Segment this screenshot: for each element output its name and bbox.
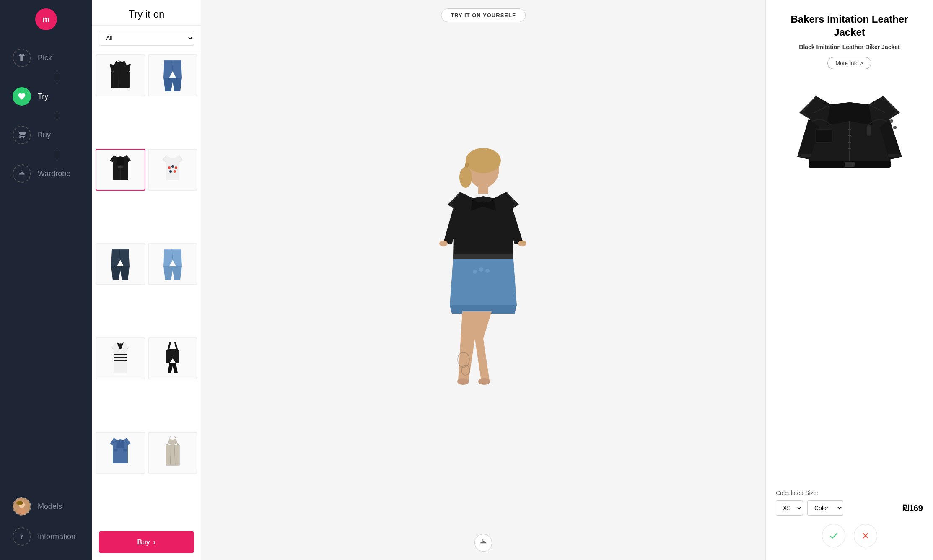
svg-point-11	[171, 165, 174, 168]
info-icon: i	[13, 527, 31, 546]
checkmark-icon	[829, 531, 839, 541]
svg-rect-51	[798, 154, 811, 157]
svg-point-33	[479, 267, 483, 272]
product-image-container	[776, 79, 923, 480]
sidebar-try-label: Try	[38, 92, 48, 101]
svg-rect-49	[815, 130, 832, 142]
calculated-size-label: Calculated Size:	[776, 490, 923, 496]
product-controls: XS S M L XL Color Black Brown ₪169	[776, 500, 923, 516]
shirt-icon	[13, 49, 31, 67]
svg-rect-52	[888, 154, 901, 157]
cart-icon	[13, 126, 31, 144]
sidebar-pick-label: Pick	[38, 54, 52, 62]
product-panel: Bakers Imitation Leather Jacket Black Im…	[765, 0, 933, 560]
clothing-item-1[interactable]	[96, 54, 145, 96]
svg-rect-4	[111, 71, 130, 88]
app-logo[interactable]: m	[35, 8, 57, 30]
sidebar-item-buy[interactable]: Buy	[0, 120, 92, 150]
avatar-icon	[13, 497, 31, 516]
svg-point-14	[174, 170, 176, 173]
svg-point-54	[893, 126, 897, 129]
clothing-item-6[interactable]	[148, 243, 198, 285]
try-panel-filter: All Tops Bottoms Dresses Jackets	[92, 26, 201, 51]
sidebar-item-information[interactable]: i Information	[0, 521, 92, 552]
clothing-item-4[interactable]	[148, 149, 198, 191]
svg-rect-30	[478, 186, 488, 194]
action-buttons	[776, 524, 923, 547]
svg-point-13	[169, 170, 172, 173]
svg-line-22	[168, 342, 170, 349]
try-panel-title: Try it on	[92, 0, 201, 26]
svg-point-37	[457, 378, 469, 385]
svg-point-29	[459, 167, 472, 188]
product-subtitle: Black Imitation Leather Biker Jacket	[776, 44, 923, 50]
sidebar-models-label: Models	[38, 502, 62, 511]
clothing-item-2[interactable]	[148, 54, 198, 96]
model-figure	[201, 0, 765, 560]
confirm-button[interactable]	[822, 524, 845, 547]
svg-rect-24	[114, 449, 118, 452]
clothing-item-10[interactable]	[148, 432, 198, 474]
hanger-button[interactable]	[474, 534, 492, 552]
reject-button[interactable]	[854, 524, 877, 547]
buy-button-label: Buy	[137, 539, 150, 546]
nav-connector-1	[57, 73, 57, 81]
product-title: Bakers Imitation Leather Jacket	[776, 13, 923, 39]
svg-rect-50	[867, 125, 871, 136]
try-panel: Try it on All Tops Bottoms Dresses Jacke…	[92, 0, 201, 560]
clothing-item-3[interactable]	[96, 149, 145, 191]
more-info-button[interactable]: More Info >	[827, 57, 871, 69]
buy-arrow-icon: ›	[153, 538, 156, 547]
sidebar-information-label: Information	[38, 532, 75, 541]
nav-connector-2	[57, 111, 57, 120]
svg-point-32	[473, 270, 477, 274]
hanger-nav-icon	[13, 164, 31, 183]
svg-rect-31	[453, 254, 513, 260]
sidebar-item-try[interactable]: Try	[0, 81, 92, 111]
svg-point-2	[18, 508, 26, 515]
clothing-item-5[interactable]	[96, 243, 145, 285]
more-info-label: More Info >	[835, 60, 863, 66]
svg-rect-26	[166, 445, 179, 465]
heart-icon	[13, 87, 31, 106]
svg-point-12	[175, 166, 177, 169]
svg-line-23	[175, 342, 177, 349]
svg-point-53	[890, 119, 893, 123]
sidebar-item-models[interactable]: Models	[0, 491, 92, 521]
sidebar-buy-label: Buy	[38, 131, 51, 140]
svg-rect-9	[118, 166, 123, 168]
sidebar: m Pick Try	[0, 0, 92, 560]
price-display: ₪169	[902, 503, 923, 513]
logo-letter: m	[42, 15, 50, 24]
try-yourself-label: TRY IT ON YOURSELF	[451, 12, 516, 18]
svg-point-34	[485, 269, 490, 273]
color-selector[interactable]: Color Black Brown	[807, 500, 843, 516]
svg-point-3	[16, 501, 23, 505]
clothing-item-9[interactable]	[96, 432, 145, 474]
svg-rect-48	[845, 162, 855, 167]
model-avatar	[420, 137, 546, 423]
svg-rect-25	[123, 449, 127, 452]
category-filter[interactable]: All Tops Bottoms Dresses Jackets	[99, 31, 194, 46]
nav-connector-3	[57, 150, 57, 158]
svg-point-38	[478, 378, 490, 385]
product-jacket-image	[791, 79, 908, 188]
svg-rect-41	[520, 241, 526, 243]
try-yourself-button[interactable]: TRY IT ON YOURSELF	[441, 8, 526, 22]
sidebar-item-wardrobe[interactable]: Wardrobe	[0, 158, 92, 189]
sidebar-wardrobe-label: Wardrobe	[38, 169, 70, 178]
buy-button[interactable]: Buy ›	[99, 531, 194, 553]
sidebar-item-pick[interactable]: Pick	[0, 43, 92, 73]
sidebar-nav: Pick Try Buy	[0, 43, 92, 189]
x-icon	[860, 531, 871, 541]
clothing-item-7[interactable]	[96, 337, 145, 379]
svg-point-10	[168, 166, 171, 169]
sidebar-bottom: Models i Information	[0, 491, 92, 552]
model-view: TRY IT ON YOURSELF	[201, 0, 765, 560]
hanger-icon	[479, 538, 488, 547]
svg-point-28	[466, 148, 501, 173]
svg-point-39	[439, 241, 448, 246]
size-selector[interactable]: XS S M L XL	[776, 500, 803, 516]
clothing-grid	[92, 51, 201, 527]
clothing-item-8[interactable]	[148, 337, 198, 379]
